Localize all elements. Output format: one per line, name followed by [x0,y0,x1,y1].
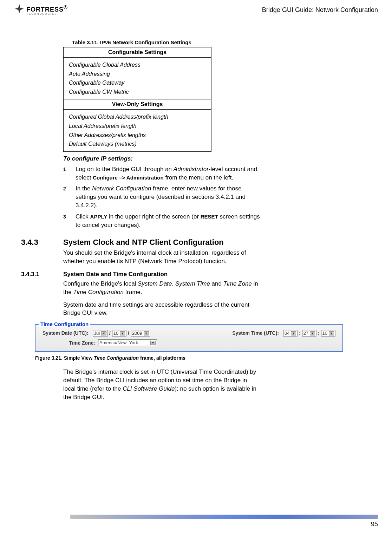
section-343: 3.4.3 System Clock and NTP Client Config… [21,238,357,247]
table-row: Other Addresses/prefix lengths [69,131,206,140]
footer-decoration [70,515,378,519]
table-row: Configurable Gateway [69,78,206,87]
page-header: FORTRESS® TECHNOLOGIES Bridge GUI Guide:… [0,0,392,18]
chevron-down-icon: ▼ [120,331,125,335]
table-row: Local Address/prefix length [69,122,206,131]
chevron-down-icon: ▼ [144,331,149,335]
table-row: Configurable GW Metric [69,87,206,97]
subsection-number: 3.4.3.1 [21,271,63,278]
logo-registered: ® [64,4,68,10]
chevron-down-icon: ▼ [101,331,106,335]
step-2: 2 In the Network Configuration frame, en… [63,184,260,209]
chevron-down-icon: ▼ [329,331,334,335]
fortress-logo-icon [14,4,25,16]
fieldset-legend: Time Configuration [39,321,90,327]
month-select[interactable]: Jul▼ [93,330,108,337]
page-number: 95 [70,521,378,528]
chevron-down-icon: ▼ [150,341,156,345]
section-body: You should set the Bridge's internal clo… [63,249,260,266]
hour-select[interactable]: 04▼ [283,330,298,337]
minute-select[interactable]: 27▼ [302,330,316,337]
table-row: Configured Global Address/prefix length [69,112,206,122]
logo: FORTRESS® TECHNOLOGIES [14,4,68,16]
step-number: 1 [63,165,68,182]
chevron-down-icon: ▼ [310,331,315,335]
figure-caption: Figure 3.21. Simple View Time Configurat… [35,355,357,361]
logo-sub-text: TECHNOLOGIES [26,13,68,15]
configurable-settings-header: Configurable Settings [64,47,211,58]
logo-main-text: FORTRESS [26,6,64,13]
time-configuration-frame: Time Configuration System Date (UTC): Ju… [35,324,343,352]
chevron-down-icon: ▼ [291,331,296,335]
section-number: 3.4.3 [21,238,63,247]
page-footer: 95 [70,515,378,528]
viewonly-settings-header: View-Only Settings [64,99,211,110]
procedure-title: To configure IP settings: [63,155,357,162]
table-row: Auto Addressing [69,70,206,79]
system-date-label: System Date (UTC): [43,330,89,336]
step-1: 1 Log on to the Bridge GUI through an Ad… [63,165,260,182]
second-select[interactable]: 10▼ [321,330,335,337]
subsection-title: System Date and Time Configuration [63,271,168,278]
system-time-label: System Time (UTC): [232,330,279,336]
step-3: 3 Click APPLY in the upper right of the … [63,213,260,229]
subsection-body-1: Configure the Bridge's local System Date… [63,280,260,296]
step-number: 2 [63,184,68,209]
section-title: System Clock and NTP Client Configuratio… [63,238,224,247]
settings-table: Configurable Settings Configurable Globa… [63,47,211,152]
timezone-select[interactable]: America/New_York▼ [98,339,157,346]
year-select[interactable]: 2009▼ [131,330,150,337]
table-row: Default Gateways (metrics) [69,139,206,149]
table-row: Configurable Global Address [69,60,206,70]
subsection-body-2: System date and time settings are access… [63,301,260,318]
final-paragraph: The Bridge's internal clock is set in UT… [63,368,260,401]
step-number: 3 [63,213,68,229]
section-3431: 3.4.3.1 System Date and Time Configurati… [21,271,357,278]
timezone-label: Time Zone: [43,340,95,346]
day-select[interactable]: 10▼ [112,330,126,337]
header-title: Bridge GUI Guide: Network Configuration [262,6,378,14]
table-caption: Table 3.11. IPv6 Network Configuration S… [56,39,207,45]
